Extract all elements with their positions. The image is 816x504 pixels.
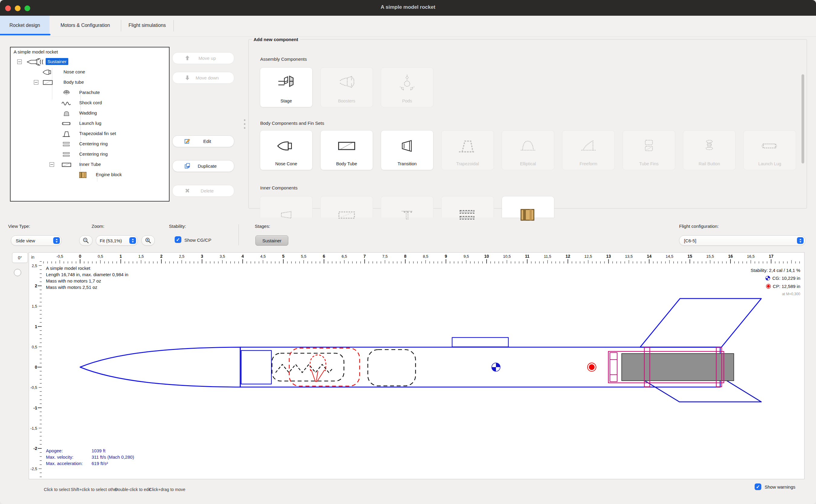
- tree-item-label[interactable]: Wadding: [77, 109, 99, 116]
- freeform-fin-icon: [562, 134, 614, 158]
- tab-separator: [121, 20, 121, 31]
- tab-flight-simulations[interactable]: Flight simulations: [121, 16, 173, 35]
- move-down-button[interactable]: Move down: [172, 72, 234, 84]
- motor-c6-5[interactable]: [622, 354, 734, 381]
- tree-item-centering-ring[interactable]: Centering ring: [11, 140, 168, 149]
- tree-item-label[interactable]: Engine block: [94, 171, 124, 178]
- fin-top-outline[interactable]: [640, 299, 761, 347]
- tree-item-sustainer[interactable]: Sustainer: [11, 57, 168, 66]
- tree-item-label[interactable]: Body tube: [62, 79, 86, 86]
- tree-collapse-toggle[interactable]: [50, 162, 54, 167]
- flight-configuration-label: Flight configuration:: [679, 224, 719, 229]
- flight-configuration-select[interactable]: [C6-5]: [679, 235, 805, 246]
- svg-text:-1,5: -1,5: [31, 426, 37, 431]
- nose-cone-icon: [260, 134, 312, 158]
- show-warnings-checkbox[interactable]: ✓: [755, 483, 761, 490]
- add-component-panel: Add new component Assembly ComponentsSta…: [248, 39, 807, 208]
- nose-shoulder-outline[interactable]: [241, 351, 271, 384]
- tree-item-label[interactable]: Trapezoidal fin set: [77, 130, 118, 137]
- panel-scrollbar[interactable]: [801, 74, 804, 163]
- mouse-hint: Click to select: [44, 487, 70, 492]
- tab-motors-configuration[interactable]: Motors & Configuration: [50, 16, 121, 35]
- tree-item-label[interactable]: Parachute: [77, 89, 102, 96]
- zoom-select[interactable]: Fit (53,1%): [96, 235, 138, 246]
- svg-text:6: 6: [323, 254, 325, 259]
- tree-item-centering-ring[interactable]: Centering ring: [11, 150, 168, 159]
- tree-root-label[interactable]: A simple model rocket: [14, 49, 58, 54]
- rocket-info-line: Mass with no motors 1,7 oz: [46, 278, 101, 283]
- tree-item-label[interactable]: Launch lug: [77, 120, 103, 127]
- arrow-down-icon: [184, 74, 191, 81]
- tab-rocket-design[interactable]: Rocket design: [0, 16, 50, 35]
- svg-text:-1: -1: [34, 405, 37, 410]
- tube-fins-icon: [639, 136, 659, 156]
- tree-item-label[interactable]: Nose cone: [62, 68, 87, 75]
- svg-text:-0,5: -0,5: [57, 254, 63, 259]
- component-tile-body-tube[interactable]: Body Tube: [320, 130, 373, 170]
- cp-readout: CP: 12,589 in: [766, 284, 800, 289]
- tree-item-trapezoidal-fin-set[interactable]: Trapezoidal fin set: [11, 129, 168, 138]
- duplicate-icon: [184, 163, 191, 169]
- body-tube-icon: [321, 134, 373, 158]
- svg-text:-0,5: -0,5: [31, 385, 37, 390]
- tree-item-label[interactable]: Centering ring: [77, 150, 109, 157]
- component-tile-stage[interactable]: Stage: [260, 67, 312, 107]
- tile-label: Launch Lug: [744, 161, 796, 166]
- tree-item-engine-block[interactable]: Engine block: [11, 170, 168, 179]
- mouse-hint: Double-click to edit: [115, 487, 151, 492]
- component-tile-transition[interactable]: Transition: [381, 130, 433, 170]
- tree-item-label[interactable]: Shock cord: [77, 99, 104, 106]
- move-up-button[interactable]: Move up: [172, 52, 234, 64]
- wadding-dashed-outline[interactable]: [368, 350, 416, 386]
- engine-block-outline[interactable]: [610, 353, 617, 382]
- tree-item-launch-lug[interactable]: Launch lug: [11, 119, 168, 128]
- component-tile-nose-cone[interactable]: Nose Cone: [260, 130, 312, 170]
- show-cgcp-checkbox[interactable]: ✓: [175, 236, 181, 243]
- cg-marker: [492, 363, 500, 371]
- parachute-shroud-lines: [311, 370, 325, 382]
- edit-button[interactable]: Edit: [172, 135, 234, 147]
- arrow-down-icon: [184, 74, 191, 81]
- inner-tube-icon: [61, 161, 72, 170]
- nose-cone-outline[interactable]: [80, 347, 240, 387]
- cp-icon: [766, 284, 771, 289]
- stage-toggle-sustainer[interactable]: Sustainer: [255, 235, 288, 246]
- component-tile-engine-block[interactable]: [502, 196, 554, 218]
- tree-item-wadding[interactable]: Wadding: [11, 109, 168, 118]
- rotation-dial[interactable]: [14, 269, 21, 276]
- titlebar: A simple model rocket: [0, 0, 816, 16]
- zoom-out-button[interactable]: [79, 235, 92, 246]
- nose-cone-icon: [42, 68, 53, 76]
- shock-cord-dashed-outline[interactable]: [272, 353, 344, 381]
- boosters-icon: [321, 71, 373, 95]
- view-type-select[interactable]: Side view: [11, 235, 62, 246]
- tree-item-body-tube[interactable]: Body tube: [11, 78, 168, 87]
- svg-text:8,5: 8,5: [423, 254, 428, 259]
- component-tile-tube-fins: Tube Fins: [623, 130, 675, 170]
- tree-item-nose-cone[interactable]: Nose cone: [11, 68, 168, 77]
- tree-item-label[interactable]: Centering ring: [77, 140, 109, 147]
- duplicate-icon: [184, 163, 191, 169]
- inner-tube-icon: [321, 203, 373, 227]
- engine-block-icon: [502, 203, 554, 227]
- chevron-updown-icon: [797, 237, 804, 244]
- zoom-in-button[interactable]: [141, 235, 155, 246]
- flight-stat-value: 311 ft/s (Mach 0,280): [92, 454, 134, 460]
- svg-text:1,5: 1,5: [32, 304, 37, 309]
- tree-item-parachute[interactable]: Parachute: [11, 88, 168, 97]
- freeform-fin-icon: [579, 136, 598, 156]
- tile-label: Trapezoidal: [442, 161, 494, 166]
- tree-item-shock-cord[interactable]: Shock cord: [11, 99, 168, 108]
- tree-collapse-toggle[interactable]: [34, 80, 38, 85]
- tree-item-label[interactable]: Sustainer: [46, 58, 68, 65]
- tree-item-label[interactable]: Inner Tube: [77, 161, 103, 168]
- fin-set-icon: [458, 136, 477, 156]
- delete-button[interactable]: Delete: [172, 185, 234, 197]
- launch-lug-outline[interactable]: [452, 338, 508, 347]
- tree-collapse-toggle[interactable]: [17, 60, 22, 64]
- fin-projected-outline[interactable]: [639, 377, 761, 402]
- arrow-up-icon: [184, 55, 191, 61]
- tree-item-inner-tube[interactable]: Inner Tube: [11, 160, 168, 169]
- rocket-info-line: Mass with motors 2,51 oz: [46, 285, 97, 290]
- duplicate-button[interactable]: Duplicate: [172, 160, 234, 172]
